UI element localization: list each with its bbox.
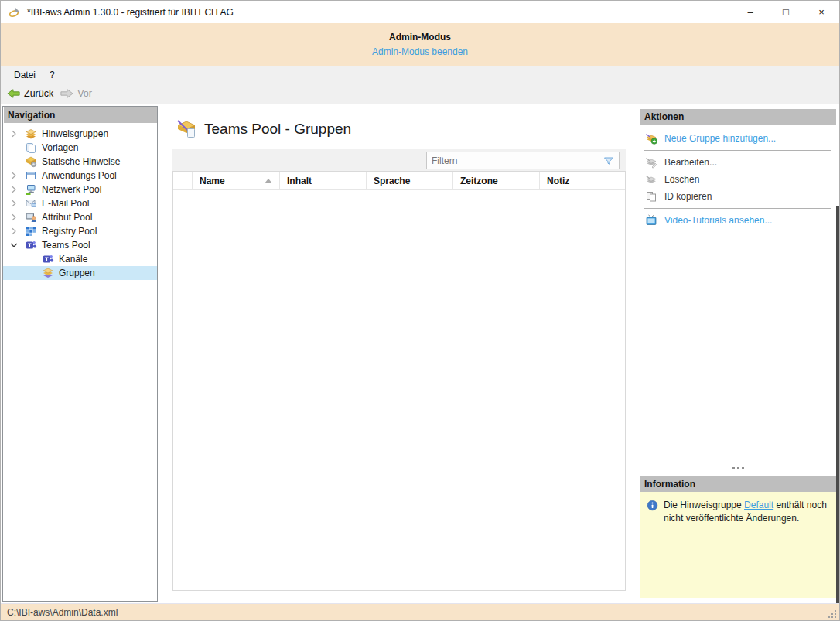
admin-mode-banner: Admin-Modus Admin-Modus beenden bbox=[1, 23, 839, 66]
add-group-icon bbox=[645, 132, 657, 145]
navigation-panel: Navigation Hinweisgruppen Vorlagen bbox=[2, 106, 158, 602]
back-arrow-icon bbox=[6, 87, 21, 100]
groups-table: Name Inhalt Sprache Zeitzone Notiz bbox=[172, 171, 626, 591]
chevron-right-icon[interactable] bbox=[8, 197, 20, 210]
delete-group-icon bbox=[645, 173, 657, 186]
copy-id-icon bbox=[645, 190, 657, 203]
edit-group-icon bbox=[645, 156, 657, 169]
network-pool-icon bbox=[25, 183, 37, 196]
chevron-right-icon[interactable] bbox=[8, 128, 20, 140]
actions-separator bbox=[644, 150, 831, 151]
video-tutorials-icon bbox=[645, 214, 657, 227]
nav-item-email-pool[interactable]: E-Mail Pool bbox=[3, 196, 157, 210]
application-pool-icon bbox=[25, 169, 37, 182]
panel-splitter[interactable] bbox=[640, 462, 836, 473]
information-header: Information bbox=[640, 476, 836, 492]
menu-datei[interactable]: Datei bbox=[7, 68, 43, 82]
nav-item-hinweisgruppen[interactable]: Hinweisgruppen bbox=[3, 127, 157, 141]
app-window: *IBI-aws Admin 1.30.0 - registriert für … bbox=[0, 0, 840, 621]
information-panel: Information Die Hinweisgruppe Default en… bbox=[640, 476, 836, 598]
navigation-toolbar: Zurück Vor bbox=[1, 84, 839, 104]
close-button[interactable]: × bbox=[804, 1, 839, 23]
nav-item-netzwerk-pool[interactable]: Netzwerk Pool bbox=[3, 183, 157, 196]
table-header-row: Name Inhalt Sprache Zeitzone Notiz bbox=[173, 172, 625, 190]
column-header-zeitzone[interactable]: Zeitzone bbox=[453, 172, 540, 189]
action-add-group[interactable]: Neue Gruppe hinzufügen... bbox=[640, 130, 836, 147]
chevron-right-icon[interactable] bbox=[8, 225, 20, 237]
navigation-header: Navigation bbox=[3, 107, 157, 123]
status-bar: C:\IBI-aws\Admin\Data.xml bbox=[1, 603, 839, 621]
teams-groups-icon bbox=[42, 267, 54, 279]
filter-band bbox=[172, 149, 626, 171]
menu-bar: Datei ? bbox=[1, 66, 839, 84]
nav-item-attribut-pool[interactable]: Attribut Pool bbox=[3, 210, 157, 224]
desktop-edge-strip bbox=[836, 206, 840, 621]
page-title: Teams Pool - Gruppen bbox=[204, 121, 351, 138]
notice-groups-icon bbox=[25, 128, 37, 140]
data-file-path: C:\IBI-aws\Admin\Data.xml bbox=[7, 607, 118, 618]
nav-item-vorlagen[interactable]: Vorlagen bbox=[3, 141, 157, 155]
forward-button[interactable]: Vor bbox=[56, 86, 95, 101]
static-notices-icon bbox=[25, 155, 37, 168]
action-delete[interactable]: Löschen bbox=[640, 171, 836, 188]
nav-item-teams-pool[interactable]: Teams Pool bbox=[3, 238, 157, 252]
minimize-button[interactable]: – bbox=[732, 1, 768, 23]
column-header-sprache[interactable]: Sprache bbox=[367, 172, 453, 189]
teams-channel-icon bbox=[42, 253, 54, 265]
chevron-right-icon[interactable] bbox=[8, 169, 20, 182]
info-icon bbox=[647, 500, 658, 511]
column-header-inhalt[interactable]: Inhalt bbox=[280, 172, 367, 189]
email-pool-icon bbox=[25, 197, 37, 210]
navigation-tree: Hinweisgruppen Vorlagen bbox=[3, 123, 157, 280]
nav-item-gruppen[interactable]: Gruppen bbox=[3, 266, 157, 280]
attribute-pool-icon bbox=[25, 211, 37, 223]
window-title: *IBI-aws Admin 1.30.0 - registriert für … bbox=[27, 7, 234, 18]
row-selector-column bbox=[173, 172, 193, 189]
admin-mode-heading: Admin-Modus bbox=[1, 32, 839, 43]
admin-mode-exit-link[interactable]: Admin-Modus beenden bbox=[372, 46, 468, 57]
action-video-tutorials[interactable]: Video-Tutorials ansehen... bbox=[640, 212, 836, 229]
menu-help[interactable]: ? bbox=[43, 68, 62, 82]
back-button[interactable]: Zurück bbox=[3, 86, 56, 101]
action-copy-id[interactable]: ID kopieren bbox=[640, 188, 836, 205]
column-header-notiz[interactable]: Notiz bbox=[540, 172, 625, 189]
resize-grip-icon[interactable] bbox=[827, 609, 837, 619]
teams-pool-icon bbox=[25, 239, 37, 251]
templates-icon bbox=[25, 142, 37, 154]
actions-panel: Aktionen Neue Gruppe hinzufügen... bbox=[640, 108, 836, 229]
filter-input-wrapper bbox=[426, 152, 620, 169]
window-controls: – □ × bbox=[732, 1, 839, 23]
action-edit[interactable]: Bearbeiten... bbox=[640, 154, 836, 171]
teams-groups-title-icon bbox=[176, 118, 197, 139]
column-header-name[interactable]: Name bbox=[193, 172, 280, 189]
nav-item-statische-hinweise[interactable]: Statische Hinweise bbox=[3, 155, 157, 169]
title-bar: *IBI-aws Admin 1.30.0 - registriert für … bbox=[1, 1, 839, 23]
actions-header: Aktionen bbox=[640, 108, 836, 125]
forward-arrow-icon bbox=[60, 87, 74, 100]
actions-separator bbox=[644, 208, 831, 209]
information-message: Die Hinweisgruppe Default enthält noch n… bbox=[664, 499, 830, 598]
sort-ascending-icon bbox=[265, 179, 272, 183]
registry-pool-icon bbox=[25, 225, 37, 237]
chevron-down-icon[interactable] bbox=[8, 239, 20, 251]
maximize-button[interactable]: □ bbox=[768, 1, 804, 23]
nav-item-anwendungs-pool[interactable]: Anwendungs Pool bbox=[3, 169, 157, 183]
default-group-link[interactable]: Default bbox=[744, 500, 773, 510]
workspace: Navigation Hinweisgruppen Vorlagen bbox=[1, 104, 839, 603]
filter-icon[interactable] bbox=[603, 155, 615, 167]
chevron-right-icon[interactable] bbox=[8, 211, 20, 223]
nav-item-registry-pool[interactable]: Registry Pool bbox=[3, 224, 157, 238]
app-icon bbox=[9, 6, 21, 19]
chevron-right-icon[interactable] bbox=[8, 183, 20, 196]
filter-input[interactable] bbox=[427, 155, 603, 166]
nav-item-kanaele[interactable]: Kanäle bbox=[3, 252, 157, 266]
